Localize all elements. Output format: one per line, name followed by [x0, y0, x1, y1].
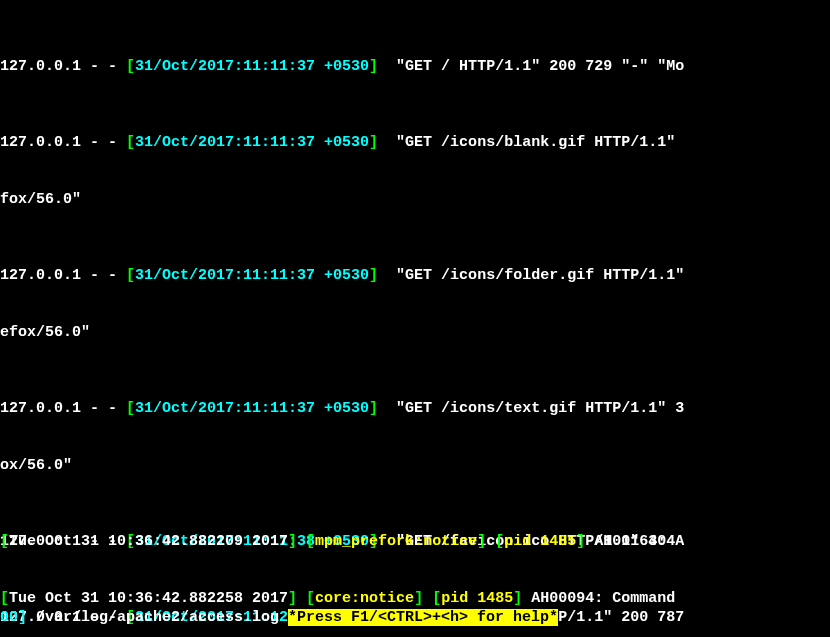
log-line-wrap: ox/56.0" — [0, 456, 830, 475]
log-line: 127.0.0.1 - - [31/Oct/2017:11:11:37 +053… — [0, 133, 830, 152]
log-line: 127.0.0.1 - - [31/Oct/2017:11:11:37 +053… — [0, 266, 830, 285]
terminal-screen: 127.0.0.1 - - [31/Oct/2017:11:11:37 +053… — [0, 0, 830, 637]
log-line: [Tue Oct 31 10:36:42.882209 2017] [mpm_p… — [0, 532, 830, 551]
log-line: 127.0.0.1 - - [31/Oct/2017:11:11:37 +053… — [0, 399, 830, 418]
log-line-wrap: efox/56.0" — [0, 323, 830, 342]
timestamp: 31/Oct/2017:11:11:37 +0530 — [135, 58, 369, 75]
error-log-pane[interactable]: [Tue Oct 31 10:36:42.882209 2017] [mpm_p… — [0, 494, 830, 637]
log-line-wrap: fox/56.0" — [0, 190, 830, 209]
log-line: [Tue Oct 31 10:36:42.882258 2017] [core:… — [0, 589, 830, 608]
client-ip: 127.0.0.1 — [0, 58, 81, 75]
bracket-close: ] — [369, 58, 378, 75]
bracket-open: [ — [126, 58, 135, 75]
request: "GET / HTTP/1.1" 200 729 "-" "Mo — [378, 58, 684, 75]
log-line: 127.0.0.1 - - [31/Oct/2017:11:11:37 +053… — [0, 57, 830, 76]
